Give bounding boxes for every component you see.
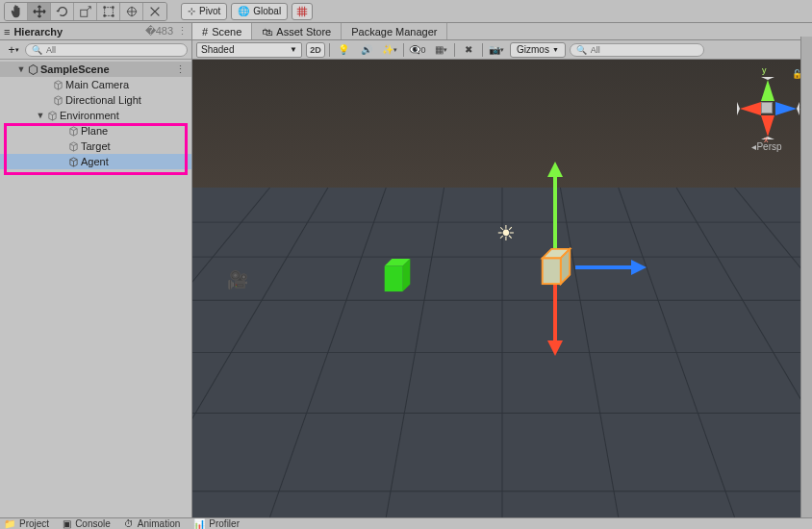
axis-z-cone[interactable] <box>775 102 799 115</box>
scene-tab-icon: # <box>202 26 208 38</box>
pivot-icon: ⊹ <box>188 6 195 16</box>
audio-toggle-icon[interactable]: 🔊 <box>357 42 376 58</box>
scene-label: SampleScene <box>40 63 110 75</box>
move-gizmo-y-axis[interactable] <box>553 175 557 254</box>
global-label: Global <box>253 6 281 16</box>
tab-console[interactable]: ▣Console <box>63 518 111 529</box>
rotate-tool-button[interactable] <box>51 3 74 20</box>
main-toolbar: ⊹ Pivot 🌐 Global <box>0 0 812 23</box>
grid-toggle-icon[interactable]: ▦▾ <box>431 42 450 58</box>
move-gizmo-x-axis[interactable] <box>575 265 633 269</box>
scene-tab-label: Scene <box>212 26 241 38</box>
svg-rect-27 <box>543 258 561 284</box>
scene-search-input[interactable]: 🔍 All <box>570 43 704 57</box>
target-cube-object[interactable] <box>379 257 416 293</box>
search-icon: 🔍 <box>32 45 42 55</box>
chevron-down-icon: ▼ <box>552 46 559 53</box>
svg-point-3 <box>112 6 114 9</box>
projection-label[interactable]: ◂Persp <box>733 141 800 152</box>
hierarchy-title: Hierarchy <box>13 26 63 38</box>
animation-icon: ⏱ <box>124 518 134 529</box>
fx-toggle-dropdown[interactable]: ✨▾ <box>380 42 399 58</box>
grid-snap-button[interactable] <box>292 3 313 20</box>
gizmos-dropdown[interactable]: Gizmos ▼ <box>510 42 566 58</box>
gameobject-icon <box>46 110 58 121</box>
scene-row[interactable]: ▼ SampleScene ⋮ <box>0 62 191 77</box>
move-tool-button[interactable] <box>28 3 51 20</box>
hierarchy-item-agent[interactable]: Agent <box>0 154 191 169</box>
svg-point-2 <box>103 6 106 9</box>
transform-tool-group <box>4 2 167 21</box>
asset-store-tab-label: Asset Store <box>276 26 331 38</box>
hierarchy-item-label: Plane <box>81 125 108 137</box>
gameobject-icon <box>67 125 79 137</box>
hierarchy-icon: ≡ <box>4 26 10 38</box>
profiler-icon: 📊 <box>193 518 205 529</box>
tab-project[interactable]: 📁Project <box>4 518 49 529</box>
hierarchy-item-target[interactable]: Target <box>0 139 191 154</box>
axis-x-neg-cone[interactable] <box>737 102 761 115</box>
global-toggle-button[interactable]: 🌐 Global <box>231 3 288 20</box>
svg-point-5 <box>112 14 114 17</box>
hierarchy-search-input[interactable]: 🔍 All <box>25 43 188 57</box>
hierarchy-add-button[interactable]: +▾ <box>4 43 23 57</box>
scene-panel: # Scene 🛍 Asset Store Package Manager Sh… <box>192 23 812 517</box>
hierarchy-item-label: Target <box>81 140 111 152</box>
scene-viewport[interactable]: ☀ 🎥 🔓 y z <box>192 60 812 517</box>
svg-rect-1 <box>104 7 113 15</box>
pivot-label: Pivot <box>199 6 220 16</box>
camera-gizmo[interactable]: 🎥 <box>227 269 248 290</box>
rect-tool-button[interactable] <box>97 3 120 20</box>
expand-arrow-icon[interactable]: ▼ <box>35 111 46 120</box>
hierarchy-item-plane[interactable]: Plane <box>0 123 191 139</box>
visibility-toggle[interactable]: 👁‍🗨0 <box>408 42 427 58</box>
tab-scene[interactable]: # Scene <box>192 23 252 39</box>
hierarchy-item-directional-light[interactable]: Directional Light <box>0 92 191 108</box>
camera-settings-icon[interactable]: 📷▾ <box>487 42 506 58</box>
hierarchy-menu-icon[interactable]: ⋮ <box>177 25 188 38</box>
transform-tool-button[interactable] <box>120 3 143 20</box>
search-icon: 🔍 <box>576 45 587 55</box>
asset-store-icon: 🛍 <box>262 26 272 38</box>
unity-logo-icon <box>27 63 38 75</box>
hierarchy-lock-icon[interactable]: �483 <box>145 25 173 38</box>
tab-animation[interactable]: ⏱Animation <box>124 518 180 529</box>
bottom-panel-tabs: 📁Project ▣Console ⏱Animation 📊Profiler <box>0 517 812 529</box>
gizmo-center-cube[interactable] <box>761 102 773 113</box>
scene-toolbar: Shaded ▼ 2D 💡 🔊 ✨▾ 👁‍🗨0 ▦▾ ✖ 📷▾ Gizmos ▼ <box>192 40 812 60</box>
hierarchy-tree: ▼ SampleScene ⋮ Main Camera Directional … <box>0 60 191 517</box>
pivot-toggle-button[interactable]: ⊹ Pivot <box>181 3 227 20</box>
hierarchy-panel: ≡ Hierarchy �483 ⋮ +▾ 🔍 All ▼ SampleSce <box>0 23 192 517</box>
move-gizmo-z-axis[interactable] <box>553 283 557 342</box>
scene-tabs: # Scene 🛍 Asset Store Package Manager <box>192 23 812 40</box>
axis-y-cone[interactable] <box>761 77 774 101</box>
custom-tools-button[interactable] <box>143 3 166 20</box>
hand-tool-button[interactable] <box>5 3 28 20</box>
hierarchy-item-label: Agent <box>81 156 109 167</box>
svg-point-4 <box>103 14 106 17</box>
tab-profiler[interactable]: 📊Profiler <box>193 518 240 529</box>
gameobject-icon <box>67 140 79 152</box>
hierarchy-item-label: Environment <box>60 110 119 121</box>
gameobject-icon <box>67 156 79 167</box>
directional-light-gizmo[interactable]: ☀ <box>496 221 516 246</box>
tab-package-manager[interactable]: Package Manager <box>342 23 447 39</box>
agent-cube-object[interactable] <box>537 247 575 286</box>
tab-asset-store[interactable]: 🛍 Asset Store <box>252 23 342 39</box>
shading-mode-dropdown[interactable]: Shaded ▼ <box>196 42 302 58</box>
mode-2d-toggle[interactable]: 2D <box>306 42 325 58</box>
hierarchy-item-main-camera[interactable]: Main Camera <box>0 77 191 92</box>
hierarchy-item-environment[interactable]: ▼ Environment <box>0 108 191 123</box>
scale-tool-button[interactable] <box>74 3 97 20</box>
hierarchy-item-label: Directional Light <box>65 94 141 106</box>
gizmos-label: Gizmos <box>517 44 549 55</box>
gameobject-icon <box>52 94 63 106</box>
expand-arrow-icon[interactable]: ▼ <box>15 64 27 74</box>
scene-menu-icon[interactable]: ⋮ <box>175 63 191 76</box>
vertical-scrollbar[interactable] <box>800 37 812 517</box>
orientation-gizmo[interactable]: 🔓 y z x ◂Persp <box>733 65 800 152</box>
globe-icon: 🌐 <box>238 6 249 16</box>
hierarchy-item-label: Main Camera <box>65 79 129 90</box>
lighting-toggle-icon[interactable]: 💡 <box>334 42 353 58</box>
tool-settings-icon[interactable]: ✖ <box>459 42 478 58</box>
